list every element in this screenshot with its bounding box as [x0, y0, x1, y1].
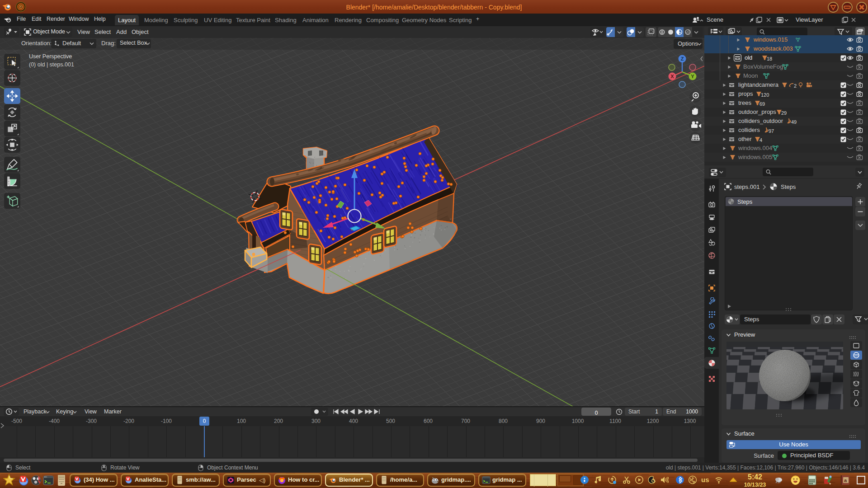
- svg-text:us: us: [701, 476, 709, 483]
- svg-text:User Perspective: User Perspective: [29, 53, 72, 60]
- svg-text:(0) old | steps.001: (0) old | steps.001: [29, 61, 74, 68]
- svg-text:Z: Z: [681, 56, 684, 61]
- svg-text:X: X: [670, 74, 674, 79]
- svg-text:Y: Y: [691, 74, 694, 79]
- svg-text:a: a: [844, 478, 847, 483]
